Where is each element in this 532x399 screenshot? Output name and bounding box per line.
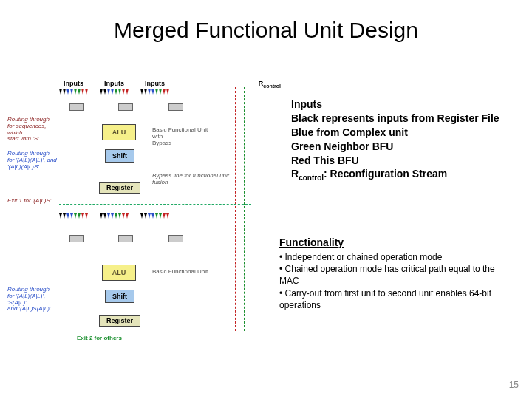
legend-blue: Blue from Complex unit [291, 126, 513, 140]
annot-routing2: Routing through for '(A|L)(A|L)', 'S(A|L… [7, 287, 64, 313]
annot-bfu2: Basic Functional Unit [152, 269, 233, 276]
functionality-item: • Chained operation mode has critical pa… [279, 263, 508, 287]
inputs-row-top: Inputs Inputs Inputs [59, 80, 281, 95]
legend-rcontrol-sub: control [299, 174, 324, 182]
rcontrol-sub: control [263, 83, 281, 89]
annot-bypass-line: Bypass line for functional unit fusion [152, 173, 241, 186]
alu-block: ALU [102, 265, 136, 281]
legend-heading: Inputs [291, 98, 513, 112]
inputs-row-bottom [59, 213, 281, 219]
functionality-heading: Functionality [279, 236, 508, 248]
shift-block: Shift [105, 290, 134, 303]
slide-title: Merged Functional Unit Design [0, 18, 532, 43]
inputs-label: Inputs [64, 80, 83, 87]
legend-rcontrol-suffix: : Reconfiguration Stream [324, 168, 447, 180]
page-number: 15 [509, 380, 519, 390]
annot-exit1: Exit 1 for '(A|L)S' [7, 198, 66, 205]
legend-rcontrol: Rcontrol: Reconfiguration Stream [291, 167, 513, 183]
inputs-label: Inputs [104, 80, 124, 87]
shift-block: Shift [105, 149, 134, 163]
functionality-block: Functionality • Independent or chained o… [279, 236, 508, 311]
functionality-item: • Independent or chained operation mode [279, 251, 508, 263]
register-block: Register [99, 182, 140, 194]
annot-routing-al: Routing through for '(A|L)(A|L)', and '(… [7, 151, 61, 170]
legend-red: Red This BFU [291, 154, 513, 168]
inputs-label: Inputs [145, 80, 165, 87]
annot-routing-seq: Routing through for sequences, which sta… [7, 117, 59, 143]
bfu-diagram: Inputs Inputs Inputs [59, 80, 281, 346]
functionality-item: • Carry-out from first unit to second un… [279, 287, 508, 311]
alu-block: ALU [102, 124, 136, 140]
legend-black: Black represents inputs from Register Fi… [291, 112, 513, 126]
register-block: Register [99, 315, 140, 327]
annot-bfu-bypass: Basic Functional Unit with Bypass [152, 127, 233, 146]
rcontrol-label: Rcontrol [259, 80, 281, 89]
inputs-legend: Inputs Black represents inputs from Regi… [291, 98, 513, 183]
legend-green: Green Neighbor BFU [291, 140, 513, 154]
legend-rcontrol-r: R [291, 168, 299, 180]
annot-exit2: Exit 2 for others [77, 335, 122, 342]
